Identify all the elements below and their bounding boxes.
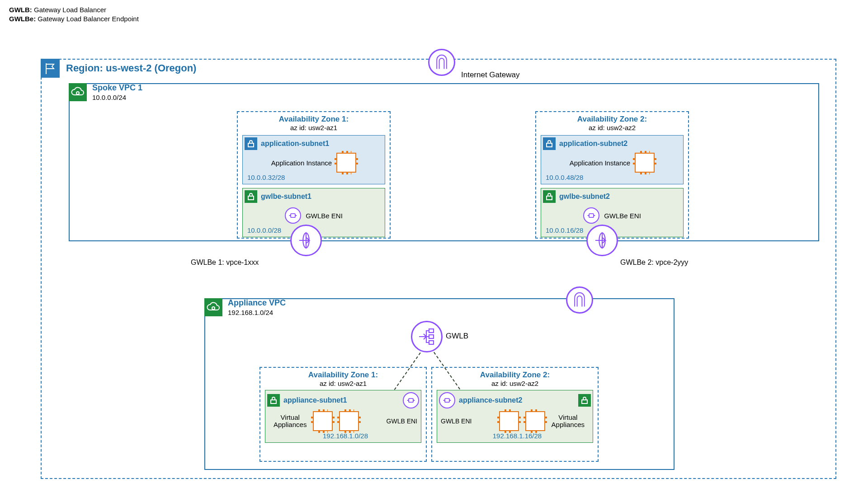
gwlbe-endpoint-icon — [290, 225, 322, 256]
application-subnet2-cidr: 10.0.0.48/28 — [541, 174, 683, 184]
eni-icon — [439, 392, 455, 408]
application-subnet1-title: application-subnet1 — [261, 140, 329, 148]
svg-rect-6 — [589, 214, 594, 217]
appliance-subnet1-title: appliance-subnet1 — [283, 396, 347, 404]
svg-rect-11 — [271, 400, 276, 404]
ec2-instance-icon — [313, 411, 333, 431]
gwlbe-endpoint-icon — [586, 225, 618, 256]
flag-icon — [41, 59, 60, 78]
eni-icon — [285, 207, 301, 224]
spoke-az2-id: az id: usw2-az2 — [536, 124, 688, 131]
internet-gateway-label: Internet Gateway — [461, 70, 519, 80]
legend-val-2: Gateway Load Balancer Endpoint — [38, 15, 138, 23]
appliance-subnet1-cidr: 192.168.1.0/28 — [265, 432, 421, 442]
application-subnet1-cidr: 10.0.0.32/28 — [243, 174, 385, 184]
virtual-appliances-label: VirtualAppliances — [552, 414, 585, 429]
eni-icon — [403, 392, 419, 408]
region-title: Region: us-west-2 (Oregon) — [66, 62, 196, 74]
eni-icon — [583, 207, 599, 224]
application-subnet1: application-subnet1 Application Instance… — [242, 135, 385, 184]
gwlbe2-label: GWLBe 2: vpce-2yyy — [620, 258, 688, 267]
spoke-az2-title: Availability Zone 2: — [536, 115, 688, 124]
appliance-subnet1: appliance-subnet1 VirtualAppliances GWLB… — [265, 390, 421, 443]
appliance-vpc-header: Appliance VPC 192.168.1.0/24 — [204, 298, 286, 317]
internet-gateway-icon — [566, 286, 593, 314]
ec2-instance-icon — [339, 411, 359, 431]
appliance-az1-box: Availability Zone 1: az id: usw2-az1 app… — [259, 367, 427, 462]
gwlb-eni-label: GWLB ENI — [441, 418, 472, 425]
spoke-az1-id: az id: usw2-az1 — [238, 124, 390, 131]
gwlbe-eni-label: GWLBe ENI — [306, 212, 343, 220]
virtual-appliances-label: VirtualAppliances — [274, 414, 307, 429]
gwlbe-subnet1-title: gwlbe-subnet1 — [261, 192, 311, 201]
legend: GWLB: Gateway Load Balancer GWLBe: Gatew… — [9, 5, 139, 23]
svg-rect-8 — [429, 329, 434, 333]
gwlbe-eni-label: GWLBe ENI — [604, 212, 641, 220]
application-instance-label: Application Instance — [570, 159, 630, 167]
appliance-subnet2-title: appliance-subnet2 — [459, 396, 522, 404]
application-subnet2-title: application-subnet2 — [559, 140, 627, 148]
appliance-subnet2-cidr: 192.168.1.16/28 — [437, 432, 593, 442]
ec2-instance-icon — [525, 411, 545, 431]
application-subnet2: application-subnet2 Application Instance… — [541, 135, 684, 184]
lock-icon — [245, 190, 257, 203]
application-instance-label: Application Instance — [271, 159, 332, 167]
lock-icon — [543, 137, 556, 150]
ec2-instance-icon — [635, 153, 655, 173]
svg-point-7 — [212, 307, 215, 310]
gwlb-icon — [411, 321, 443, 352]
appliance-az1-title: Availability Zone 1: — [260, 371, 426, 380]
svg-rect-2 — [248, 196, 254, 200]
spoke-az1-title: Availability Zone 1: — [238, 115, 390, 124]
svg-rect-13 — [445, 399, 449, 402]
internet-gateway-icon — [428, 49, 455, 76]
spoke-az2-box: Availability Zone 2: az id: usw2-az2 app… — [535, 111, 689, 239]
svg-rect-9 — [429, 335, 434, 338]
svg-rect-1 — [248, 143, 254, 147]
lock-icon — [267, 394, 280, 407]
spoke-vpc-title: Spoke VPC 1 — [92, 83, 142, 93]
spoke-az1-box: Availability Zone 1: az id: usw2-az1 app… — [237, 111, 391, 239]
svg-rect-14 — [582, 400, 587, 404]
spoke-vpc-cidr: 10.0.0.0/24 — [92, 93, 142, 102]
lock-icon — [245, 137, 257, 150]
region-box: Region: us-west-2 (Oregon) Internet Gate… — [41, 59, 836, 479]
region-header: Region: us-west-2 (Oregon) — [41, 59, 196, 78]
svg-rect-10 — [429, 341, 434, 344]
spoke-vpc-box: Spoke VPC 1 10.0.0.0/24 Availability Zon… — [69, 83, 819, 241]
cloud-icon — [69, 83, 87, 101]
gwlb-label: GWLB — [446, 332, 468, 341]
appliance-vpc-box: Appliance VPC 192.168.1.0/24 GWLB Availa… — [204, 298, 675, 470]
gwlb-eni-label: GWLB ENI — [387, 418, 417, 425]
svg-rect-12 — [409, 399, 413, 402]
lock-icon — [543, 190, 556, 203]
spoke-vpc-header: Spoke VPC 1 10.0.0.0/24 — [69, 83, 142, 102]
svg-point-0 — [76, 92, 79, 94]
svg-rect-3 — [291, 214, 295, 217]
lock-icon — [578, 394, 591, 407]
gwlbe1-label: GWLBe 1: vpce-1xxx — [191, 258, 259, 267]
gwlbe-subnet2-title: gwlbe-subnet2 — [559, 192, 610, 201]
appliance-subnet2: appliance-subnet2 GWLB ENI VirtualApplia… — [437, 390, 593, 443]
legend-key-2: GWLBe: — [9, 15, 36, 23]
cloud-icon — [204, 298, 222, 316]
appliance-vpc-title: Appliance VPC — [228, 298, 286, 308]
legend-key-1: GWLB: — [9, 6, 32, 14]
ec2-instance-icon — [499, 411, 519, 431]
appliance-az2-title: Availability Zone 2: — [432, 371, 598, 380]
appliance-vpc-cidr: 192.168.1.0/24 — [228, 308, 286, 317]
svg-rect-5 — [547, 196, 552, 200]
appliance-az2-box: Availability Zone 2: az id: usw2-az2 app… — [431, 367, 599, 462]
legend-val-1: Gateway Load Balancer — [34, 6, 106, 14]
ec2-instance-icon — [336, 153, 356, 173]
svg-rect-4 — [547, 143, 552, 147]
